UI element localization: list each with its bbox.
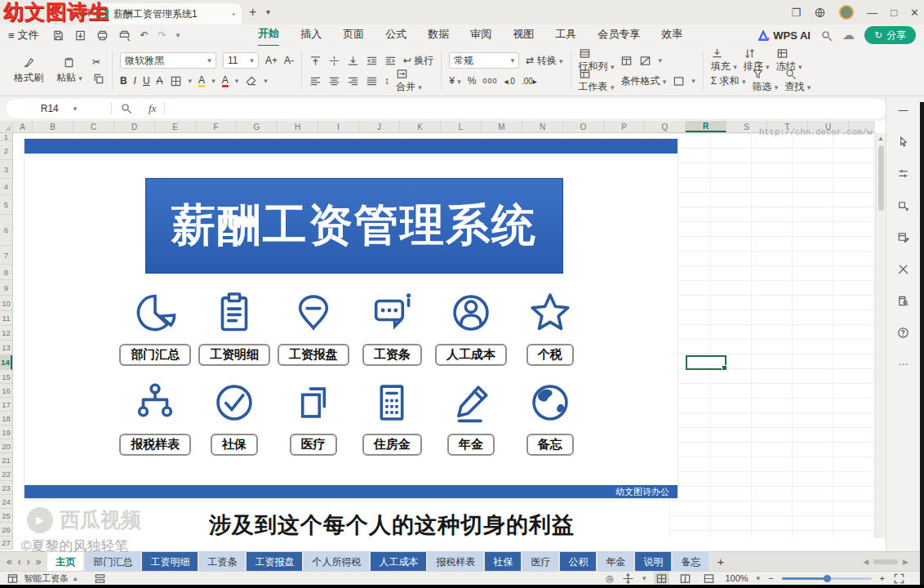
export-icon[interactable] [74,29,87,42]
font-color-button[interactable]: A [222,75,229,87]
scroll-up-icon[interactable]: ▲ [876,135,886,142]
user-avatar[interactable] [839,5,854,20]
tab-scroll-left-icon[interactable]: ◀ [863,558,868,566]
wps-ai-button[interactable]: WPS AI [758,29,811,42]
column-header-Q[interactable]: Q [645,121,686,132]
column-header-C[interactable]: C [73,121,114,132]
highlight-color-button[interactable]: A [198,75,205,87]
sheet-tab-医疗[interactable]: 医疗 [522,552,558,572]
selected-cell-R14[interactable] [686,355,726,370]
indent-decrease-icon[interactable] [366,55,378,67]
ribbon-tab-审阅[interactable]: 审阅 [470,24,491,46]
tab-scroll-thumb[interactable] [873,559,898,564]
sheet-tab-社保[interactable]: 社保 [485,552,521,572]
convert-button[interactable]: ⇄ 转换 ▾ [526,54,562,68]
row-header-19[interactable]: 19 [0,425,12,439]
ribbon-tab-开始[interactable]: 开始 [258,24,279,47]
row-header-7[interactable]: 7 [0,246,12,265]
fill-button[interactable]: 填充 ▾ [711,47,737,74]
zoom-in-button[interactable]: + [880,573,885,583]
align-middle-icon[interactable] [328,55,340,67]
select-all-corner[interactable] [0,121,13,132]
close-button[interactable]: ✕ [910,7,919,19]
print-icon[interactable] [96,29,109,42]
next-sheet-icon[interactable]: › [27,556,30,568]
sum-button[interactable]: Σ 求和 ▾ [711,74,746,88]
row-header-14[interactable]: 14 [0,355,12,370]
row-header-13[interactable]: 13 [0,341,12,355]
column-header-K[interactable]: K [400,121,441,132]
share-button[interactable]: ↻ 分享 [864,26,916,44]
file-menu-button[interactable]: ≡ 文件 [8,28,39,42]
row-header-4[interactable]: 4 [0,179,12,195]
zoom-level[interactable]: 100% [725,573,748,583]
fullscreen-icon[interactable] [893,572,905,585]
first-sheet-icon[interactable]: « [7,556,12,568]
normal-view-button[interactable] [654,572,669,586]
cursor-select-icon[interactable] [897,136,909,148]
collapse-sidebar-icon[interactable]: — [899,105,908,116]
row-header-18[interactable]: 18 [0,412,12,425]
column-header-O[interactable]: O [563,121,604,132]
paste-button[interactable]: 粘贴 ▾ [53,55,86,87]
border-style-icon[interactable] [673,75,685,87]
column-header-A[interactable]: A [13,121,33,132]
ribbon-tab-效率[interactable]: 效率 [661,24,682,46]
row-header-21[interactable]: 21 [0,453,12,467]
row-header-17[interactable]: 17 [0,398,12,412]
filter-button[interactable]: 筛选 ▾ [752,68,778,94]
more-dots-icon[interactable]: ⋯ [899,359,908,370]
column-header-D[interactable]: D [114,121,155,132]
cut-icon[interactable]: ✂ [92,56,104,68]
row-header-16[interactable]: 16 [0,384,12,398]
smart-payslip-chevron-icon[interactable]: ▴ [73,574,78,582]
form-table-icon[interactable] [897,231,909,243]
cloud-sync-icon[interactable]: ☁ [842,28,855,42]
font-name-select[interactable]: 微软雅黑▾ [120,52,216,69]
ribbon-tab-页面[interactable]: 页面 [343,24,364,46]
ribbon-tab-视图[interactable]: 视图 [513,24,534,46]
row-header-2[interactable]: 2 [0,141,12,160]
search-icon[interactable] [820,29,833,42]
column-header-B[interactable]: B [33,121,73,132]
sheet-tab-工资条[interactable]: 工资条 [199,552,245,572]
minimize-button[interactable]: — [867,7,877,19]
row-header-24[interactable]: 24 [0,495,12,509]
grow-font-button[interactable]: A+ [265,55,278,66]
row-header-26[interactable]: 26 [0,523,12,537]
row-header-8[interactable]: 8 [0,265,12,280]
borders-icon[interactable] [170,75,182,87]
maximize-button[interactable]: □ [891,7,897,19]
smart-payslip-button[interactable]: 智能工资条 [24,572,69,585]
row-header-23[interactable]: 23 [0,481,12,495]
new-tab-button[interactable]: + [249,5,256,20]
find-button[interactable]: 查找 ▾ [784,68,811,94]
column-header-G[interactable]: G [237,121,278,132]
save-icon[interactable] [52,29,64,42]
column-header-I[interactable]: I [318,121,359,132]
ribbon-tab-会员专享[interactable]: 会员专享 [597,24,640,46]
lookup-book-icon[interactable] [897,295,909,307]
column-header-J[interactable]: J [359,121,400,132]
sheet-tab-人工成本[interactable]: 人工成本 [371,552,426,572]
indent-increase-icon[interactable] [384,55,397,67]
help-icon[interactable] [897,327,909,339]
prev-sheet-icon[interactable]: ‹ [18,556,21,568]
tab-list-chevron-icon[interactable]: ▾ [266,7,270,16]
tools-icon[interactable] [897,263,909,275]
column-header-H[interactable]: H [278,121,318,132]
row-header-10[interactable]: 10 [0,296,12,311]
clear-format-icon[interactable] [245,75,257,87]
format-painter-button[interactable]: 格式刷 [11,55,47,87]
justify-icon[interactable] [366,75,378,87]
align-left-icon[interactable] [309,75,322,87]
font-size-select[interactable]: 11▾ [223,52,259,69]
ribbon-tab-工具[interactable]: 工具 [555,24,576,46]
merge-cells-button[interactable]: 合并 ▾ [396,68,422,94]
strikethrough-button[interactable]: A [157,75,163,87]
add-sheet-button[interactable]: + [710,552,731,572]
column-header-N[interactable]: N [522,121,563,132]
row-header-12[interactable]: 12 [0,326,12,341]
align-center-icon[interactable] [328,75,340,87]
decrease-decimal-button[interactable]: .00▸ [522,77,537,86]
